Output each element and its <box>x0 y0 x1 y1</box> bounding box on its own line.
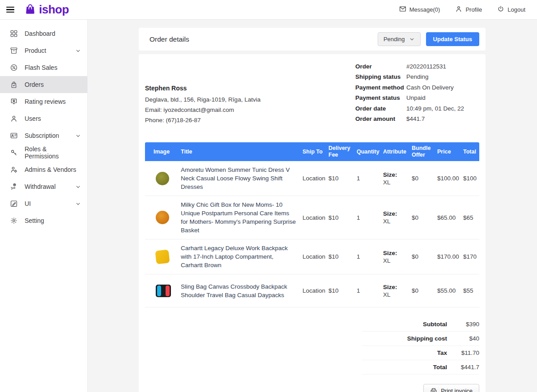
sidebar-item-rating-reviews[interactable]: Rating reviews <box>0 93 87 110</box>
sidebar-item-label: UI <box>25 200 68 207</box>
payment-status: Unpaid <box>406 93 426 103</box>
price-value: $170.00 <box>437 253 463 260</box>
hamburger-menu-icon[interactable] <box>6 7 14 13</box>
chevron-down-icon <box>75 184 81 190</box>
order-totals: Subtotal$390 Shipping cost$40 Tax$11.70 … <box>362 317 479 375</box>
messages-label: Message(0) <box>409 6 440 13</box>
meta-label: Shipping status <box>355 72 406 82</box>
total-value: $55 <box>463 287 479 294</box>
product-title: Amoretu Women Summer Tunic Dress V Neck … <box>181 166 303 191</box>
column-header-image: Image <box>153 149 181 155</box>
profile-link[interactable]: Profile <box>455 5 482 14</box>
customer-phone: Phone: (67)18-26-87 <box>145 115 260 125</box>
sidebar-item-label: Product <box>25 47 68 54</box>
logout-link[interactable]: Logout <box>497 5 525 14</box>
sidebar-item-label: Subscription <box>25 132 68 139</box>
print-invoice-button[interactable]: Print invoice <box>423 384 479 392</box>
delivery-fee-value: $10 <box>328 287 357 294</box>
quantity-value: 1 <box>357 214 383 221</box>
delivery-fee-value: $10 <box>328 253 357 260</box>
quantity-value: 1 <box>357 287 383 294</box>
sidebar-item-ui[interactable]: UI <box>0 195 87 212</box>
attribute-label: Size: <box>383 210 412 217</box>
top-bar: ishop Message(0) Profile Logout <box>0 0 537 20</box>
sidebar: Dashboard Product Flash Sales Orders Rat… <box>0 20 88 392</box>
price-value: $65.00 <box>437 214 463 221</box>
shipping-cost-value: $40 <box>447 335 479 342</box>
sidebar-item-flash-sales[interactable]: Flash Sales <box>0 59 87 76</box>
customer-name: Stephen Ross <box>145 85 260 92</box>
sidebar-item-setting[interactable]: Setting <box>0 212 87 229</box>
attribute-value: XL <box>383 291 412 298</box>
attribute-value: XL <box>383 179 412 186</box>
shipping-status: Pending <box>406 72 429 82</box>
order-meta: Order#20220112531 Shipping statusPending… <box>355 61 479 125</box>
bundle-offer-value: $0 <box>412 253 437 260</box>
sidebar-item-dashboard[interactable]: Dashboard <box>0 25 87 42</box>
sidebar-item-withdrawal[interactable]: Withdrawal <box>0 178 87 195</box>
sidebar-item-subscription[interactable]: Subscription <box>0 127 87 144</box>
sidebar-item-admins-vendors[interactable]: Admins & Vendors <box>0 161 87 178</box>
column-header-delivery-fee: Delivery Fee <box>328 145 357 158</box>
table-row: Carhartt Legacy Deluxe Work Backpack wit… <box>145 239 479 274</box>
sidebar-item-roles-permissions[interactable]: Roles & Permissions <box>0 144 87 161</box>
sidebar-item-label: Admins & Vendors <box>25 166 81 173</box>
price-value: $55.00 <box>437 287 463 294</box>
chevron-down-icon <box>409 36 415 42</box>
delivery-fee-value: $10 <box>328 214 357 221</box>
meta-label: Order <box>355 61 406 72</box>
chevron-down-icon <box>75 201 81 207</box>
total-value: $100 <box>463 175 479 182</box>
ship-to-value: Location <box>303 214 328 221</box>
attribute-label: Size: <box>383 249 412 257</box>
printer-icon <box>430 388 437 392</box>
messages-link[interactable]: Message(0) <box>399 5 440 14</box>
payment-method: Cash On Delivery <box>406 82 454 93</box>
brand-logo[interactable]: ishop <box>24 3 69 17</box>
orders-icon <box>10 81 18 89</box>
main-content: Order details Pending Update Status Step… <box>88 20 537 392</box>
product-image <box>155 249 170 264</box>
sidebar-item-label: Orders <box>25 81 81 88</box>
sidebar-item-users[interactable]: Users <box>0 110 87 127</box>
sidebar-item-label: Roles & Permissions <box>25 145 81 160</box>
setting-gear-icon <box>10 217 18 225</box>
delivery-fee-value: $10 <box>328 175 357 182</box>
attribute-value: XL <box>383 217 412 225</box>
product-icon <box>10 47 18 55</box>
sidebar-item-product[interactable]: Product <box>0 42 87 59</box>
page-header-card: Order details Pending Update Status <box>139 28 486 51</box>
withdrawal-icon <box>10 183 18 191</box>
chevron-down-icon <box>75 48 81 54</box>
order-amount: $441.7 <box>406 114 425 124</box>
column-header-ship-to: Ship To <box>303 149 328 155</box>
admins-icon <box>10 166 18 174</box>
print-invoice-label: Print invoice <box>441 388 473 392</box>
dashboard-icon <box>10 30 18 38</box>
product-image <box>156 172 169 185</box>
ship-to-value: Location <box>303 287 328 294</box>
envelope-icon <box>399 5 406 14</box>
update-status-button[interactable]: Update Status <box>426 32 479 46</box>
product-image <box>156 285 171 297</box>
brand-name: ishop <box>39 3 69 17</box>
attribute-label: Size: <box>383 283 412 291</box>
quantity-value: 1 <box>357 175 383 182</box>
column-header-bundle-offer: Bundle Offer <box>412 145 437 158</box>
table-row: Milky Chic Gift Box for New Moms- 10 Uni… <box>145 196 479 239</box>
power-icon <box>497 5 504 14</box>
subscription-icon <box>10 132 18 140</box>
order-status-select[interactable]: Pending <box>378 32 421 46</box>
subtotal-label: Subtotal <box>423 321 447 328</box>
attribute-value: XL <box>383 257 412 264</box>
sidebar-item-orders[interactable]: Orders <box>0 76 87 93</box>
column-header-quantity: Quantity <box>357 149 383 155</box>
subtotal-value: $390 <box>447 321 479 328</box>
product-title: Milky Chic Gift Box for New Moms- 10 Uni… <box>181 200 303 234</box>
person-icon <box>455 5 462 14</box>
page-title: Order details <box>149 35 189 43</box>
sidebar-item-label: Flash Sales <box>25 64 81 71</box>
bundle-offer-value: $0 <box>412 214 437 221</box>
tax-label: Tax <box>437 349 447 356</box>
sidebar-item-label: Withdrawal <box>25 183 68 190</box>
